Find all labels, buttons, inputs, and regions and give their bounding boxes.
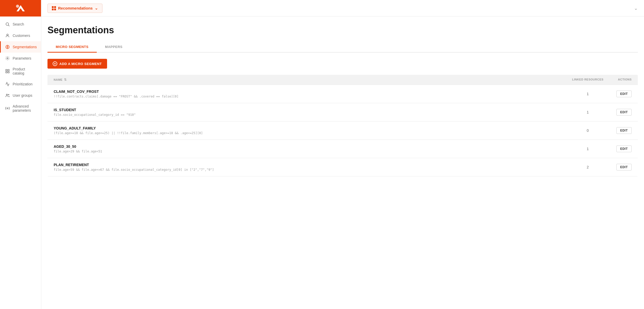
actions-cell: EDIT — [606, 127, 632, 134]
actions-cell: EDIT — [606, 109, 632, 116]
recommendations-label: Recommendations — [58, 6, 93, 10]
segment-name: PLAN_RETIREMENT — [54, 163, 570, 167]
content-area: Segmentations Micro Segments Mappers + A… — [41, 17, 644, 309]
segment-expression: file.age>59 && file.age<=67 && file.soci… — [54, 168, 570, 172]
table-body: CLAIM_NOT_COV_FROST !!file.contracts.cla… — [47, 85, 638, 176]
segment-expression: (file.age>=18 && file.age<=25) || !!file… — [54, 131, 570, 135]
tab-mappers[interactable]: Mappers — [97, 42, 131, 53]
sidebar-item-search-label: Search — [13, 22, 24, 26]
sidebar-item-product-catalog[interactable]: Product catalog — [0, 64, 41, 78]
svg-point-1 — [6, 23, 9, 26]
linked-count: 1 — [570, 92, 606, 96]
prioritization-icon — [5, 82, 10, 87]
sidebar-item-customers[interactable]: Customers — [0, 30, 41, 41]
grid-icon — [52, 6, 56, 10]
svg-point-0 — [16, 5, 19, 8]
segments-table: Name ⇅ Linked Resources Actions CLAIM_NO… — [47, 75, 638, 176]
edit-button[interactable]: EDIT — [616, 91, 632, 97]
sidebar-item-product-catalog-label: Product catalog — [13, 67, 37, 75]
linked-count: 1 — [570, 147, 606, 151]
column-header-name: Name ⇅ — [54, 78, 570, 82]
sidebar-item-customers-label: Customers — [13, 34, 30, 38]
svg-point-5 — [7, 46, 8, 48]
sidebar-nav: Search Customers Segmentations — [0, 17, 41, 309]
sort-icon[interactable]: ⇅ — [64, 78, 67, 82]
segment-name: YOUNG_ADULT_FAMILY — [54, 126, 570, 130]
page-title: Segmentations — [47, 25, 638, 36]
actions-cell: EDIT — [606, 145, 632, 152]
edit-button[interactable]: EDIT — [616, 127, 632, 134]
customers-icon — [5, 33, 10, 38]
svg-point-14 — [8, 94, 9, 95]
svg-point-15 — [7, 108, 8, 109]
main-area: Recommendations ⌄ ⌄ Segmentations Micro … — [41, 0, 644, 309]
segment-info: PLAN_RETIREMENT file.age>59 && file.age<… — [54, 163, 570, 172]
add-button-label: Add a Micro Segment — [59, 62, 102, 66]
segment-info: IS_STUDENT file.socio_occupational_categ… — [54, 108, 570, 117]
parameters-icon — [5, 56, 10, 61]
segment-info: YOUNG_ADULT_FAMILY (file.age>=18 && file… — [54, 126, 570, 135]
segment-name: AGED_30_50 — [54, 144, 570, 149]
tabs-bar: Micro Segments Mappers — [47, 42, 638, 53]
recommendations-button[interactable]: Recommendations ⌄ — [47, 4, 102, 13]
chevron-down-icon: ⌄ — [95, 6, 98, 11]
advanced-parameters-icon — [5, 106, 10, 111]
svg-rect-12 — [8, 72, 9, 73]
svg-rect-11 — [6, 72, 7, 73]
sidebar-item-advanced-parameters[interactable]: Advanced parameters — [0, 101, 41, 116]
column-header-actions: Actions — [606, 78, 632, 82]
segment-name: CLAIM_NOT_COV_FROST — [54, 90, 570, 94]
table-row: CLAIM_NOT_COV_FROST !!file.contracts.cla… — [47, 85, 638, 103]
tab-micro-segments[interactable]: Micro Segments — [47, 42, 97, 53]
table-row: AGED_30_50 file.age>29 && file.age<51 1 … — [47, 140, 638, 158]
segmentations-icon — [5, 44, 10, 50]
table-header: Name ⇅ Linked Resources Actions — [47, 75, 638, 85]
sidebar-item-segmentations-label: Segmentations — [13, 45, 37, 49]
table-row: PLAN_RETIREMENT file.age>59 && file.age<… — [47, 158, 638, 176]
segment-expression: file.age>29 && file.age<51 — [54, 150, 570, 153]
segment-info: AGED_30_50 file.age>29 && file.age<51 — [54, 144, 570, 153]
table-row: YOUNG_ADULT_FAMILY (file.age>=18 && file… — [47, 121, 638, 140]
svg-point-8 — [7, 58, 8, 59]
sidebar-item-advanced-parameters-label: Advanced parameters — [13, 104, 37, 112]
svg-line-2 — [8, 25, 9, 26]
svg-point-13 — [6, 94, 8, 95]
actions-cell: EDIT — [606, 91, 632, 97]
edit-button[interactable]: EDIT — [616, 145, 632, 152]
linked-count: 2 — [570, 165, 606, 169]
topbar: Recommendations ⌄ ⌄ — [41, 0, 644, 17]
segment-name: IS_STUDENT — [54, 108, 570, 112]
sidebar-item-prioritization[interactable]: Prioritization — [0, 78, 41, 90]
sidebar-item-parameters-label: Parameters — [13, 56, 31, 60]
logo — [0, 0, 41, 17]
linked-count: 0 — [570, 128, 606, 133]
segment-info: CLAIM_NOT_COV_FROST !!file.contracts.cla… — [54, 90, 570, 98]
edit-button[interactable]: EDIT — [616, 109, 632, 116]
table-row: IS_STUDENT file.socio_occupational_categ… — [47, 103, 638, 121]
user-groups-icon — [5, 93, 10, 98]
svg-rect-9 — [6, 69, 7, 71]
actions-cell: EDIT — [606, 164, 632, 170]
column-header-linked: Linked Resources — [570, 78, 606, 82]
plus-circle-icon: + — [53, 61, 57, 66]
sidebar-item-prioritization-label: Prioritization — [13, 82, 33, 86]
sidebar-item-user-groups-label: User groups — [13, 93, 32, 97]
edit-button[interactable]: EDIT — [616, 164, 632, 170]
sidebar-item-search[interactable]: Search — [0, 19, 41, 30]
linked-count: 1 — [570, 110, 606, 114]
svg-point-3 — [7, 34, 8, 36]
sidebar-item-segmentations[interactable]: Segmentations — [0, 41, 41, 53]
sidebar-item-user-groups[interactable]: User groups — [0, 90, 41, 101]
add-micro-segment-button[interactable]: + Add a Micro Segment — [47, 59, 107, 69]
product-catalog-icon — [5, 69, 10, 74]
svg-rect-10 — [8, 69, 9, 71]
segment-expression: !!file.contracts.claims[.damage == "FROS… — [54, 95, 570, 98]
topbar-chevron-icon[interactable]: ⌄ — [634, 5, 638, 11]
sidebar: Search Customers Segmentations — [0, 0, 41, 309]
search-icon — [5, 22, 10, 27]
segment-expression: file.socio_occupational_category_id == "… — [54, 113, 570, 117]
sidebar-item-parameters[interactable]: Parameters — [0, 53, 41, 64]
